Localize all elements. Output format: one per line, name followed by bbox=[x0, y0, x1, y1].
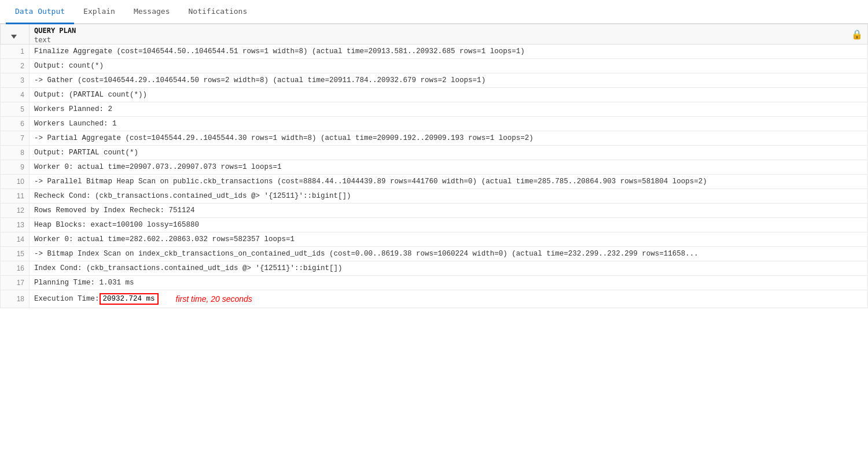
row-number-cell: 4 bbox=[1, 88, 30, 102]
table-row: 6 Workers Launched: 1 bbox=[1, 117, 868, 131]
query-plan-table-container: QUERY PLAN text 🔒 1Finalize Aggregate (c… bbox=[0, 24, 868, 457]
row-number-cell: 14 bbox=[1, 232, 30, 247]
execution-time-label: Execution Time: bbox=[34, 295, 100, 303]
row-number-cell: 13 bbox=[1, 218, 30, 232]
table-row: 8 Output: PARTIAL count(*) bbox=[1, 146, 868, 160]
tab-explain[interactable]: Explain bbox=[74, 0, 124, 24]
row-number-cell: 1 bbox=[1, 45, 30, 59]
row-number-cell: 5 bbox=[1, 102, 30, 117]
row-data-cell: Output: count(*) bbox=[30, 59, 868, 73]
tab-messages[interactable]: Messages bbox=[124, 0, 179, 24]
row-data-cell: -> Parallel Bitmap Heap Scan on public.c… bbox=[30, 175, 868, 189]
row-number-cell: 7 bbox=[1, 131, 30, 146]
table-row: 5 Workers Planned: 2 bbox=[1, 102, 868, 117]
row-number-cell: 10 bbox=[1, 175, 30, 189]
row-number-cell: 6 bbox=[1, 117, 30, 131]
row-number-cell: 11 bbox=[1, 189, 30, 204]
tab-data-output[interactable]: Data Output bbox=[6, 0, 74, 24]
row-number-cell: 17 bbox=[1, 276, 30, 290]
table-row: 4 Output: (PARTIAL count(*)) bbox=[1, 88, 868, 102]
query-plan-header-subtype: text bbox=[34, 36, 863, 44]
row-number-cell: 16 bbox=[1, 261, 30, 276]
table-row: 10 -> Parallel Bitmap Heap Scan on publi… bbox=[1, 175, 868, 189]
row-number-header bbox=[1, 24, 30, 45]
row-data-cell: Execution Time: 20932.724 msfirst time, … bbox=[30, 290, 868, 308]
row-data-cell: Index Cond: (ckb_transactions.contained_… bbox=[30, 261, 868, 276]
row-data-cell: Workers Launched: 1 bbox=[30, 117, 868, 131]
table-row: 2 Output: count(*) bbox=[1, 59, 868, 73]
row-data-cell: -> Bitmap Index Scan on index_ckb_transa… bbox=[30, 247, 868, 261]
table-row: 17Planning Time: 1.031 ms bbox=[1, 276, 868, 290]
row-data-cell: Planning Time: 1.031 ms bbox=[30, 276, 868, 290]
query-plan-table: QUERY PLAN text 🔒 1Finalize Aggregate (c… bbox=[0, 24, 868, 308]
row-number-cell: 8 bbox=[1, 146, 30, 160]
row-number-cell: 3 bbox=[1, 73, 30, 88]
table-row: 12 Rows Removed by Index Recheck: 751124 bbox=[1, 204, 868, 218]
row-number-cell: 18 bbox=[1, 290, 30, 308]
row-number-cell: 2 bbox=[1, 59, 30, 73]
table-row: 1Finalize Aggregate (cost=1046544.50..10… bbox=[1, 45, 868, 59]
row-data-cell: Worker 0: actual time=20907.073..20907.0… bbox=[30, 160, 868, 175]
row-data-cell: Output: PARTIAL count(*) bbox=[30, 146, 868, 160]
execution-time-annotation: first time, 20 seconds bbox=[176, 294, 252, 304]
query-plan-header: QUERY PLAN text 🔒 bbox=[30, 24, 868, 45]
sort-triangle-icon bbox=[11, 35, 17, 39]
row-data-cell: Output: (PARTIAL count(*)) bbox=[30, 88, 868, 102]
lock-icon: 🔒 bbox=[851, 29, 863, 40]
table-row: 15 -> Bitmap Index Scan on index_ckb_tra… bbox=[1, 247, 868, 261]
row-data-cell: -> Gather (cost=1046544.29..1046544.50 r… bbox=[30, 73, 868, 88]
row-data-cell: Workers Planned: 2 bbox=[30, 102, 868, 117]
table-row: 3 -> Gather (cost=1046544.29..1046544.50… bbox=[1, 73, 868, 88]
row-number-cell: 12 bbox=[1, 204, 30, 218]
tabs-bar: Data Output Explain Messages Notificatio… bbox=[0, 0, 868, 24]
row-number-cell: 15 bbox=[1, 247, 30, 261]
row-number-cell: 9 bbox=[1, 160, 30, 175]
table-header-row: QUERY PLAN text 🔒 bbox=[1, 24, 868, 45]
table-row: 14 Worker 0: actual time=282.602..20863.… bbox=[1, 232, 868, 247]
table-row: 11 Recheck Cond: (ckb_transactions.conta… bbox=[1, 189, 868, 204]
table-row: 9 Worker 0: actual time=20907.073..20907… bbox=[1, 160, 868, 175]
table-row: 18Execution Time: 20932.724 msfirst time… bbox=[1, 290, 868, 308]
row-data-cell: Worker 0: actual time=282.602..20863.032… bbox=[30, 232, 868, 247]
table-row: 16 Index Cond: (ckb_transactions.contain… bbox=[1, 261, 868, 276]
table-row: 13 Heap Blocks: exact=100100 lossy=16588… bbox=[1, 218, 868, 232]
row-data-cell: Heap Blocks: exact=100100 lossy=165880 bbox=[30, 218, 868, 232]
row-data-cell: Finalize Aggregate (cost=1046544.50..104… bbox=[30, 45, 868, 59]
row-data-cell: Rows Removed by Index Recheck: 751124 bbox=[30, 204, 868, 218]
query-plan-table-body: 1Finalize Aggregate (cost=1046544.50..10… bbox=[1, 45, 868, 308]
row-data-cell: Recheck Cond: (ckb_transactions.containe… bbox=[30, 189, 868, 204]
row-data-cell: -> Partial Aggregate (cost=1045544.29..1… bbox=[30, 131, 868, 146]
tab-notifications[interactable]: Notifications bbox=[179, 0, 257, 24]
query-plan-header-title: QUERY PLAN bbox=[34, 27, 863, 35]
execution-time-value: 20932.724 ms bbox=[100, 293, 159, 305]
table-row: 7 -> Partial Aggregate (cost=1045544.29.… bbox=[1, 131, 868, 146]
